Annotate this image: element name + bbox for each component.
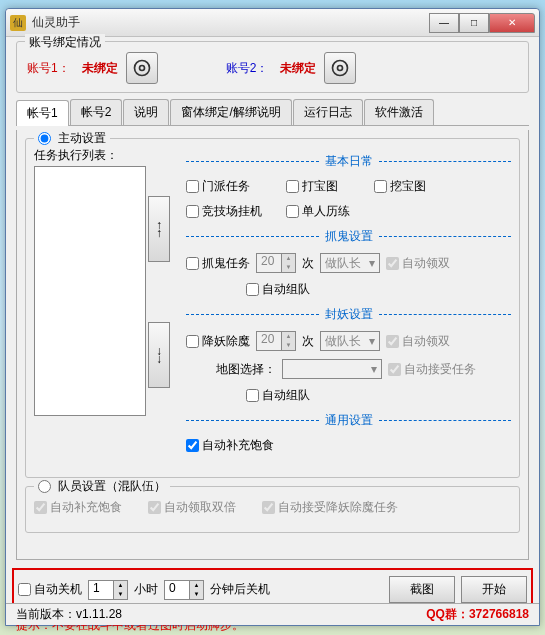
account1-label: 账号1： [27, 60, 70, 77]
hour-spinner[interactable]: 1▲▼ [88, 580, 128, 600]
tab-account2[interactable]: 帐号2 [70, 99, 123, 125]
hour-label: 小时 [134, 581, 158, 598]
section-basic: 基本日常 [319, 153, 379, 170]
svg-point-3 [338, 66, 343, 71]
window-title: 仙灵助手 [32, 14, 429, 31]
move-down-button[interactable]: ↓↓ [148, 322, 170, 388]
target-icon [132, 58, 152, 78]
team-settings-group: 队员设置（混队伍） 自动补充饱食 自动领取双倍 自动接受降妖除魔任务 [25, 486, 520, 533]
chk-auto-shutdown[interactable] [18, 583, 31, 596]
target-icon [330, 58, 350, 78]
version-value: v1.11.28 [76, 607, 122, 621]
chk-wabaotu[interactable] [374, 180, 387, 193]
chk-auto-accept [388, 363, 401, 376]
tab-log[interactable]: 运行日志 [293, 99, 363, 125]
team-radio-label: 队员设置（混队伍） [58, 478, 166, 495]
minute-spinner[interactable]: 0▲▼ [164, 580, 204, 600]
arrow-down-icon: ↓↓ [156, 347, 162, 364]
bind-group-title: 账号绑定情况 [25, 34, 105, 51]
chk-jiangyao[interactable] [186, 335, 199, 348]
task-list-label: 任务执行列表： [34, 147, 180, 164]
task-list[interactable] [34, 166, 146, 416]
account2-status: 未绑定 [280, 60, 316, 77]
section-general: 通用设置 [319, 412, 379, 429]
chk-jingji[interactable] [186, 205, 199, 218]
ghost-count-spinner[interactable]: 20▲▼ [256, 253, 296, 273]
minute-label: 分钟后关机 [210, 581, 270, 598]
start-button[interactable]: 开始 [461, 576, 527, 603]
chk-ghost-auto [386, 257, 399, 270]
demon-count-spinner[interactable]: 20▲▼ [256, 331, 296, 351]
account2-label: 账号2： [226, 60, 269, 77]
active-settings-group: 主动设置 任务执行列表： ↑↑ ↓↓ 基本日 [25, 138, 520, 478]
maximize-button[interactable]: □ [459, 13, 489, 33]
team-radio[interactable] [38, 480, 51, 493]
ghost-count-unit: 次 [302, 255, 314, 272]
tab-activate[interactable]: 软件激活 [364, 99, 434, 125]
qq-value: 372766818 [469, 607, 529, 621]
active-radio-label: 主动设置 [58, 130, 106, 147]
chk-team-double [148, 501, 161, 514]
ghost-role-select[interactable]: 做队长 [320, 253, 380, 273]
account1-status: 未绑定 [82, 60, 118, 77]
close-button[interactable]: ✕ [489, 13, 535, 33]
titlebar[interactable]: 仙 仙灵助手 — □ ✕ [6, 9, 539, 37]
svg-point-1 [139, 66, 144, 71]
chk-demon-team[interactable] [246, 389, 259, 402]
app-icon: 仙 [10, 15, 26, 31]
chk-team-accept [262, 501, 275, 514]
tab-content: 主动设置 任务执行列表： ↑↑ ↓↓ 基本日 [16, 130, 529, 560]
section-ghost: 抓鬼设置 [319, 228, 379, 245]
demon-count-unit: 次 [302, 333, 314, 350]
chk-menpai[interactable] [186, 180, 199, 193]
section-demon: 封妖设置 [319, 306, 379, 323]
tab-bar: 帐号1 帐号2 说明 窗体绑定/解绑说明 运行日志 软件激活 [16, 99, 529, 126]
demon-role-select[interactable]: 做队长 [320, 331, 380, 351]
active-radio[interactable] [38, 132, 51, 145]
minimize-button[interactable]: — [429, 13, 459, 33]
arrow-up-icon: ↑↑ [156, 221, 162, 238]
account-bind-group: 账号绑定情况 账号1： 未绑定 账号2： 未绑定 [16, 41, 529, 93]
map-select[interactable] [282, 359, 382, 379]
chk-autofood[interactable] [186, 439, 199, 452]
main-window: 仙 仙灵助手 — □ ✕ 账号绑定情况 账号1： 未绑定 账号2： 未绑定 [5, 8, 540, 626]
statusbar: 当前版本：v1.11.28 QQ群：372766818 [6, 603, 539, 625]
chk-ghost-team[interactable] [246, 283, 259, 296]
move-up-button[interactable]: ↑↑ [148, 196, 170, 262]
tab-account1[interactable]: 帐号1 [16, 100, 69, 126]
qq-label: QQ群： [426, 607, 469, 621]
version-label: 当前版本： [16, 607, 76, 621]
tab-bind-help[interactable]: 窗体绑定/解绑说明 [170, 99, 291, 125]
svg-point-0 [134, 61, 149, 76]
tab-help[interactable]: 说明 [123, 99, 169, 125]
chk-danren[interactable] [286, 205, 299, 218]
account2-bind-button[interactable] [324, 52, 356, 84]
chk-demon-auto [386, 335, 399, 348]
account1-bind-button[interactable] [126, 52, 158, 84]
chk-team-food [34, 501, 47, 514]
chk-zhuagui[interactable] [186, 257, 199, 270]
map-label: 地图选择： [216, 361, 276, 378]
screenshot-button[interactable]: 截图 [389, 576, 455, 603]
chk-dabaotu[interactable] [286, 180, 299, 193]
svg-point-2 [333, 61, 348, 76]
